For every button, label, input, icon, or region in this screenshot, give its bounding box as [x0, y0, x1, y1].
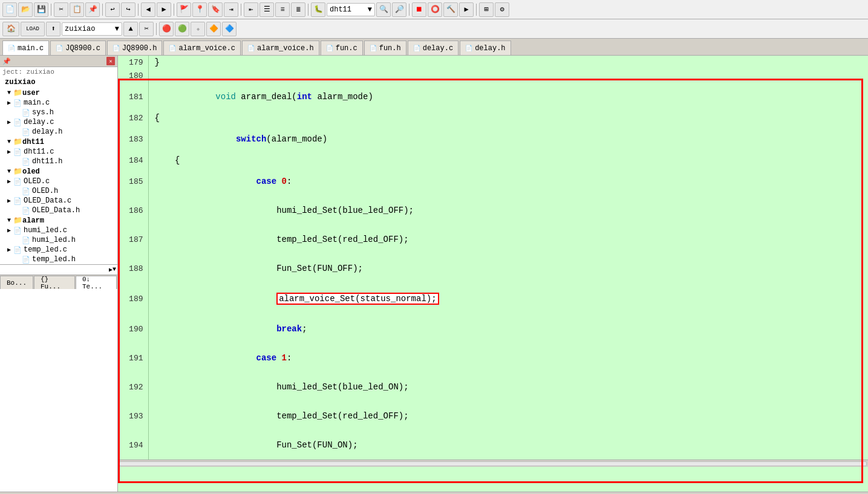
new-btn[interactable]: 📄: [2, 2, 17, 17]
sidebar-item-humi-led-c[interactable]: ▶ 📄 humi_led.c: [0, 226, 117, 235]
stop-btn[interactable]: ⏹: [412, 2, 426, 17]
tb-b1[interactable]: 🏠: [2, 22, 19, 36]
sidebar-pin-icon[interactable]: 📌: [2, 57, 11, 65]
scrollbar-track[interactable]: [119, 461, 867, 466]
redo-btn[interactable]: ↪: [121, 2, 135, 17]
tb-load[interactable]: LOAD: [21, 22, 45, 36]
table-row: 187 temp_led_Set(red_led_OFF);: [118, 225, 868, 254]
expander-dht11-c[interactable]: ▶: [5, 148, 13, 155]
horizontal-scrollbar[interactable]: [118, 460, 868, 467]
tab-main-c[interactable]: 📄 main.c: [2, 41, 49, 55]
sidebar-label-alarm: alarm: [22, 216, 44, 225]
expander-dht11[interactable]: ▼: [5, 138, 13, 145]
expander-alarm[interactable]: ▼: [5, 217, 13, 224]
sidebar-item-dht11[interactable]: ▼ 📁 dht11: [0, 137, 117, 147]
table-row: 184 {: [118, 154, 868, 167]
file-icon-oled-c: 📄: [13, 178, 22, 186]
sidebar-item-delay-h[interactable]: 📄 delay.h: [0, 127, 117, 137]
expander-humi-led-c[interactable]: ▶: [5, 227, 13, 234]
sidebar-item-user[interactable]: ▼ 📁 user: [0, 88, 117, 98]
tb-b3[interactable]: ⬆: [46, 22, 60, 36]
tab-icon-delay-h: 📄: [465, 45, 472, 52]
tb-b5[interactable]: ▲: [123, 22, 138, 36]
sidebar-item-oled-data-c[interactable]: ▶ 📄 OLED_Data.c: [0, 196, 117, 206]
tab-fun-c[interactable]: 📄 fun.c: [321, 41, 363, 55]
i1-btn[interactable]: ⇤: [244, 2, 258, 17]
sidebar-item-oled-data-h[interactable]: 📄 OLED_Data.h: [0, 206, 117, 215]
copy-btn[interactable]: 📋: [70, 2, 84, 17]
code-area[interactable]: 179 } 180 181 void ararm_deal(int alarm_…: [118, 56, 868, 492]
paste-btn[interactable]: 📌: [85, 2, 100, 17]
sep6: [308, 4, 308, 16]
sidebar-item-humi-led-h[interactable]: 📄 humi_led.h: [0, 235, 117, 245]
run-btn[interactable]: ▶: [459, 2, 474, 17]
sidebar-item-oled-h[interactable]: 📄 OLED.h: [0, 186, 117, 196]
bk2-btn[interactable]: 📍: [192, 2, 207, 17]
sidebar-item-alarm[interactable]: ▼ 📁 alarm: [0, 215, 117, 226]
sidebar-scroll-down[interactable]: ▼: [113, 266, 116, 273]
sidebar-tab-te[interactable]: 0↓ Te...: [76, 276, 117, 289]
find-btn[interactable]: 🔎: [392, 2, 406, 17]
table-row: 189 alarm_voice_Set(status_normal);: [118, 283, 868, 314]
cut-btn[interactable]: ✂: [54, 2, 68, 17]
sep4: [174, 4, 174, 16]
expander-oled-c[interactable]: ▶: [5, 178, 13, 185]
circle-btn[interactable]: ⭕: [428, 2, 442, 17]
expander-main-c[interactable]: ▶: [5, 99, 13, 106]
sidebar-item-delay-c[interactable]: ▶ 📄 delay.c: [0, 117, 117, 127]
sidebar-close-btn[interactable]: ✕: [106, 57, 115, 65]
fwd-btn[interactable]: ▶: [157, 2, 171, 17]
sidebar-item-dht11-h[interactable]: 📄 dht11.h: [0, 157, 117, 166]
line-num-189: 189: [118, 283, 148, 314]
sidebar-label-delay-c: delay.c: [24, 118, 54, 126]
sidebar-item-temp-led-c[interactable]: ▶ 📄 temp_led.c: [0, 245, 117, 255]
tab-delay-c[interactable]: 📄 delay.c: [408, 41, 458, 55]
tab-alarm-voice-h[interactable]: 📄 alarm_voice.h: [242, 41, 319, 55]
layout-btn[interactable]: ⊞: [479, 2, 494, 17]
bk4-btn[interactable]: ⇥: [224, 2, 238, 17]
tab-jq8900-c[interactable]: 📄 JQ8900.c: [50, 41, 106, 55]
project-name: zuixiao: [0, 77, 117, 88]
tb-b6[interactable]: ✂: [139, 22, 154, 36]
save-btn[interactable]: 💾: [34, 2, 48, 17]
bk1-btn[interactable]: 🚩: [177, 2, 191, 17]
tab-alarm-voice-c[interactable]: 📄 alarm_voice.c: [163, 41, 241, 55]
undo-btn[interactable]: ↩: [105, 2, 120, 17]
tab-delay-h[interactable]: 📄 delay.h: [460, 41, 511, 55]
sidebar-item-oled[interactable]: ▼ 📁 oled: [0, 166, 117, 177]
project-label: ject: zuixiao: [0, 67, 117, 77]
i4-btn[interactable]: ≣: [291, 2, 305, 17]
settings-btn[interactable]: ⚙: [495, 2, 509, 17]
tab-fun-h[interactable]: 📄 fun.h: [364, 41, 406, 55]
i3-btn[interactable]: ≡: [275, 2, 290, 17]
bk3-btn[interactable]: 🔖: [208, 2, 223, 17]
expander-oled[interactable]: ▼: [5, 168, 13, 175]
tb-col3[interactable]: ⬥: [191, 22, 205, 36]
sidebar-item-temp-led-h[interactable]: 📄 temp_led.h: [0, 255, 117, 264]
sidebar-item-main-c[interactable]: ▶ 📄 main.c: [0, 98, 117, 108]
file-icon-delay-c: 📄: [13, 119, 22, 126]
tab-jq8900-h[interactable]: 📄 JQ8900.h: [107, 41, 163, 55]
sidebar-item-sys-h[interactable]: 📄 sys.h: [0, 108, 117, 117]
build-btn[interactable]: 🔨: [443, 2, 458, 17]
expander-user[interactable]: ▼: [5, 89, 13, 96]
sidebar-item-dht11-c[interactable]: ▶ 📄 dht11.c: [0, 147, 117, 157]
debug-btn[interactable]: 🐛: [311, 2, 325, 17]
sidebar-tab-fu[interactable]: {} Fu...: [34, 276, 75, 289]
line-num-184: 184: [118, 154, 148, 167]
tb-col2[interactable]: 🟢: [175, 22, 189, 36]
back-btn[interactable]: ◀: [141, 2, 155, 17]
project-name-dropdown[interactable]: zuixiao ▼: [62, 22, 122, 36]
i2-btn[interactable]: ☰: [259, 2, 274, 17]
tb-col4[interactable]: 🔶: [206, 22, 221, 36]
expander-temp-led-c[interactable]: ▶: [5, 246, 13, 253]
expander-delay-c[interactable]: ▶: [5, 119, 13, 126]
project-dropdown[interactable]: dht11 ▼: [327, 3, 375, 16]
open-btn[interactable]: 📂: [18, 2, 33, 17]
tb-col5[interactable]: 🔷: [222, 22, 237, 36]
expander-oled-data-c[interactable]: ▶: [5, 197, 13, 204]
sidebar-item-oled-c[interactable]: ▶ 📄 OLED.c: [0, 177, 117, 186]
tb-col1[interactable]: 🔴: [159, 22, 174, 36]
sidebar-tab-bo[interactable]: Bo...: [0, 276, 33, 289]
search-btn[interactable]: 🔍: [376, 2, 391, 17]
